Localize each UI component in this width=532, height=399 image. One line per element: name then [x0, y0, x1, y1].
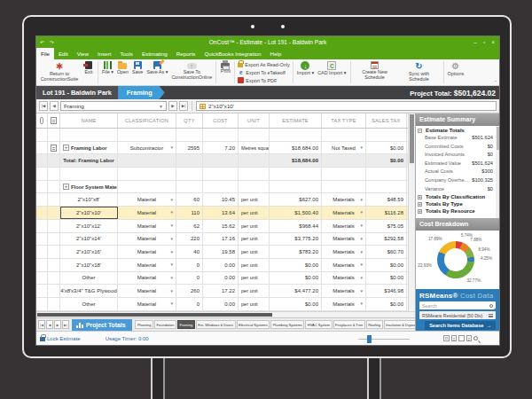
tax-type-cell[interactable]: Materials▼	[322, 193, 366, 206]
summary-section-totals-by-resource[interactable]: +Totals By Resource	[416, 207, 499, 215]
note-cell[interactable]	[48, 168, 60, 180]
search-items-database-button[interactable]: Search Items Database→	[425, 321, 496, 330]
export-to-etakeoff-button[interactable]: eExport To eTakeoff	[238, 69, 289, 75]
classification-cell[interactable]	[118, 154, 176, 167]
view-grid-icon[interactable]	[443, 335, 450, 341]
column-header-sales-tax[interactable]: SALES TAX	[366, 113, 407, 128]
sales-tax-cell[interactable]: $0.00	[366, 154, 407, 167]
name-cell[interactable]: 2"x10"x8'	[60, 193, 118, 206]
cost-cell[interactable]	[203, 168, 239, 180]
attachment-cell[interactable]	[36, 181, 48, 193]
expand-icon[interactable]: +	[63, 184, 69, 190]
sheet-tab-foundation[interactable]: Foundation	[154, 320, 176, 329]
attachment-cell[interactable]	[36, 233, 48, 246]
classification-cell[interactable]: Material▼	[118, 259, 176, 271]
name-cell[interactable]: 2"x10"x10'	[60, 207, 118, 219]
tax-type-cell[interactable]: Materials▼	[322, 246, 366, 258]
cost-cell[interactable]: 17.16	[203, 233, 239, 246]
sheet-tab-plumbing-systems[interactable]: Plumbing Systems	[270, 320, 304, 329]
sheet-tab-electrical-systems[interactable]: Electrical Systems	[237, 320, 270, 329]
collapse-ribbon-icon[interactable]: ˆ	[495, 80, 497, 85]
tax-type-cell[interactable]: Materials▼	[322, 298, 366, 310]
column-header-name[interactable]: NAME	[60, 113, 118, 128]
sales-tax-cell[interactable]	[366, 168, 407, 180]
menu-tab-reports[interactable]: Reports	[172, 48, 200, 59]
name-cell[interactable]: 4'x8'x3/4" T&G Plywood	[60, 285, 118, 297]
close-button[interactable]: ×	[491, 39, 495, 45]
save-to-constructiononline-button[interactable]: Save To ConstructionOnline	[169, 60, 214, 84]
attachment-cell[interactable]	[36, 154, 48, 167]
sheet-tab-insulation-drywall[interactable]: Insulation & Drywall	[384, 320, 415, 329]
name-cell[interactable]: 2"x10"x16'	[60, 246, 118, 258]
column-header-classification[interactable]: CLASSIFICATION	[118, 113, 176, 128]
name-cell[interactable]: Other	[60, 272, 118, 285]
tax-type-cell[interactable]: Materials▼	[322, 259, 366, 271]
menu-tab-file[interactable]: File	[36, 48, 54, 59]
sales-tax-cell[interactable]: $292.58	[366, 233, 407, 246]
save-as-button[interactable]: Save As ▾	[145, 60, 169, 84]
column-header-cost[interactable]: COST	[203, 113, 239, 128]
cad-import-button[interactable]: CCAD Import ▾	[316, 60, 348, 84]
breadcrumb-sheet[interactable]: Framing	[118, 86, 165, 99]
name-cell[interactable]	[60, 168, 118, 180]
classification-cell[interactable]: Material▼	[118, 220, 176, 232]
summary-section-estimate-totals[interactable]: −Estimate Totals	[416, 127, 499, 134]
sales-tax-cell[interactable]	[366, 181, 407, 193]
view-blank-icon[interactable]	[458, 335, 465, 341]
tax-type-cell[interactable]	[322, 181, 366, 193]
name-cell[interactable]: 2"x10"x14'	[60, 233, 118, 246]
column-header-tax-type[interactable]: TAX TYPE	[322, 113, 366, 128]
summary-section-totals-by-classification[interactable]: +Totals By Classification	[416, 193, 499, 200]
sidebar-scrollbar[interactable]	[496, 126, 499, 218]
unit-cell[interactable]: per unit	[239, 233, 270, 246]
qty-cell[interactable]	[176, 168, 203, 180]
sheet-tab-framing[interactable]: Framing	[177, 320, 195, 329]
tab-nav-button-1[interactable]: ◀	[46, 320, 53, 329]
attachment-cell[interactable]	[36, 168, 48, 180]
tax-type-cell[interactable]: Not Taxed▼	[322, 142, 366, 154]
column-header-qty[interactable]: QTY	[176, 113, 203, 128]
tax-type-cell[interactable]: Materials▼	[322, 207, 366, 219]
note-cell[interactable]	[48, 193, 60, 206]
estimate-cell[interactable]: $0.00	[270, 272, 322, 285]
note-cell[interactable]	[48, 129, 60, 141]
note-cell[interactable]	[48, 298, 60, 310]
paperclip-column-header[interactable]	[36, 113, 48, 128]
unit-cell[interactable]: per unit	[239, 220, 270, 232]
unit-cell[interactable]	[239, 154, 270, 167]
attachment-cell[interactable]	[36, 207, 48, 219]
summary-section-totals-by-type[interactable]: +Totals By Type	[416, 200, 499, 207]
unit-cell[interactable]	[239, 168, 270, 180]
estimate-cell[interactable]	[270, 181, 322, 193]
tab-nav-button-2[interactable]: ▶	[54, 320, 61, 329]
menu-tab-help[interactable]: Help	[265, 48, 286, 59]
estimate-cell[interactable]: $3,775.20	[270, 233, 322, 246]
attachment-cell[interactable]	[36, 220, 48, 232]
note-cell[interactable]	[48, 220, 60, 232]
sheet-tab-fireplaces-trim[interactable]: Fireplaces & Trim	[333, 320, 365, 329]
note-cell[interactable]	[48, 207, 60, 219]
unit-cell[interactable]: per unit	[239, 298, 270, 310]
prev-sheet-button[interactable]: ◀	[50, 101, 59, 111]
column-header-unit[interactable]: UNIT	[239, 113, 270, 128]
rsmeans-search-input[interactable]: Search	[419, 301, 496, 309]
sheet-selector[interactable]: Framing▼	[60, 101, 167, 111]
expand-icon[interactable]: −	[418, 129, 422, 133]
cost-cell[interactable]	[203, 181, 239, 193]
name-cell[interactable]	[60, 129, 118, 141]
sales-tax-cell[interactable]: $116.28	[366, 207, 407, 219]
sales-tax-cell[interactable]: $60.70	[366, 246, 407, 258]
sales-tax-cell[interactable]: $0.00	[366, 298, 407, 310]
sales-tax-cell[interactable]: $0.00	[366, 259, 407, 271]
tax-type-cell[interactable]	[322, 154, 366, 167]
estimate-cell[interactable]: $18,684.00	[270, 142, 322, 154]
cost-cell[interactable]: 13.64	[203, 207, 239, 219]
unit-cell[interactable]	[239, 181, 270, 193]
note-cell[interactable]	[48, 142, 60, 154]
classification-cell[interactable]: Material▼	[118, 298, 176, 310]
open-button[interactable]: Open	[115, 60, 130, 84]
zoom-icon[interactable]	[473, 336, 478, 340]
note-cell[interactable]	[48, 272, 60, 285]
classification-cell[interactable]: Material▼	[118, 246, 176, 258]
view-list-icon[interactable]	[466, 335, 473, 341]
